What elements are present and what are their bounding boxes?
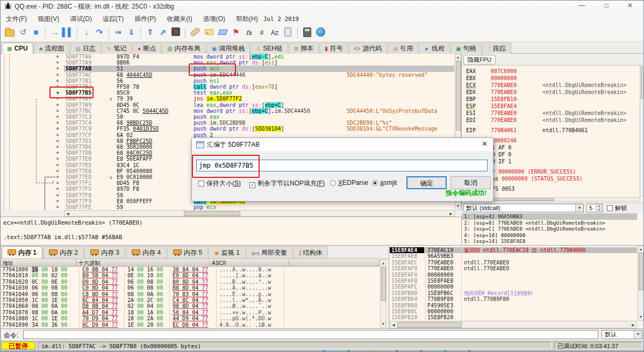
stack-row[interactable]: 15E8FB1015E8FB20 — [390, 314, 637, 320]
hex-group[interactable]: 0C D9 04 77 — [82, 322, 118, 328]
disasm-hscrollbar[interactable]: ◀ ▶ — [64, 210, 455, 217]
stack-row[interactable]: 15E8FB08F45905E3 — [390, 303, 637, 308]
chevron-down-icon[interactable]: ▼ — [634, 331, 642, 339]
hex-group[interactable]: D0 8D 04 77 — [82, 279, 118, 285]
dump-row[interactable]: 7704109034 00 36 000C D9 04 771E 00 20 0… — [1, 322, 380, 328]
arguments-list[interactable]: 1: [esp+4] 96A59BB32: [esp+8] 770EABE0 <… — [462, 213, 637, 245]
hex-group[interactable]: 02 00 04 00 — [127, 303, 163, 309]
menu-item[interactable]: 帮助(H) — [231, 12, 263, 24]
hex-group[interactable]: 06 00 08 00 — [127, 285, 163, 291]
column-header-ASCII[interactable]: ASCII — [210, 260, 289, 267]
scroll-thumb[interactable] — [639, 253, 643, 290]
disasm-row[interactable]: ●5D8F77BCC745 0C 5044C45Dmov dword ptr s… — [1, 108, 461, 114]
row-dot-icon[interactable]: ● — [56, 72, 59, 78]
argument-row[interactable]: 1: [esp+4] 96A59BB3 — [462, 213, 637, 220]
row-dot-icon[interactable]: ● — [56, 144, 59, 150]
hex-group[interactable]: 16 00 18 00 — [32, 267, 67, 272]
unlock-checkbox[interactable]: 解锁 — [607, 204, 627, 212]
dump-row[interactable]: 770410200C 00 0E 00D0 8D 04 7706 00 08 0… — [1, 279, 380, 285]
asmjit-radio[interactable]: asmjit — [372, 179, 397, 186]
row-dot-icon[interactable]: ● — [56, 66, 59, 71]
hex-group[interactable]: C8 8D 04 77 — [82, 291, 118, 297]
argument-row[interactable]: 2: [esp+8] 770EABE0 <ntdll.DbgUiRemoteBr… — [462, 220, 637, 226]
tab-内存 5[interactable]: 内存 5 — [167, 246, 208, 258]
register-line[interactable]: EAX007C6000 — [466, 68, 637, 75]
stack-row[interactable]: 15E8FAEC770EABE0ntdll.770EABE0 — [390, 260, 637, 265]
globe-icon[interactable] — [316, 27, 325, 37]
stack-row[interactable]: 15E8FAE4770EAC19返回到 ntdll.770EAC19 自 ntd… — [390, 247, 637, 253]
tab-监视 1[interactable]: ◉监视 1 — [209, 246, 246, 258]
stack-row[interactable]: 15E8FAE896A59BB3 — [390, 253, 637, 259]
run-icon[interactable]: → — [48, 26, 61, 39]
row-dot-icon[interactable]: ● — [56, 114, 59, 120]
register-line[interactable]: EIP770B4061ntdll.770B4061 — [466, 127, 637, 134]
hex-group[interactable]: C4 8C 04 77 — [173, 297, 208, 303]
tab-句柄[interactable]: ▣句柄 — [450, 42, 481, 54]
tab-断点[interactable]: ●断点 — [132, 42, 161, 54]
row-dot-icon[interactable]: ● — [56, 60, 59, 66]
register-line[interactable]: EBX00000000 — [466, 75, 637, 82]
row-dot-icon[interactable]: ● — [56, 78, 59, 84]
step-over-icon[interactable]: ↷ — [93, 26, 106, 39]
column-header-blank[interactable] — [289, 260, 380, 267]
tab-内存 2[interactable]: 内存 2 — [43, 246, 84, 258]
row-dot-icon[interactable]: ● — [56, 102, 59, 108]
hex-group[interactable]: 00 00 02 00 — [32, 272, 67, 278]
command-preset-select[interactable]: 默认▼ — [602, 330, 642, 339]
maximize-button[interactable]: □ — [598, 2, 614, 9]
radio-selected-icon[interactable] — [372, 180, 378, 186]
dump-vscrollbar[interactable]: ▲ ▼ — [380, 260, 387, 328]
disasm-row[interactable]: ●5D8F77B98D45 0Clea eax,dword ptr ss:[eb… — [1, 102, 461, 109]
hex-group[interactable]: C0 8D 04 77 — [82, 285, 118, 291]
menu-item[interactable]: 调试(D) — [65, 12, 97, 24]
scroll-thumb[interactable] — [397, 322, 462, 328]
disasm-row[interactable]: ●5D8F77C468 98BDC25Dpush im.5DC2BD985DC2… — [1, 120, 461, 126]
menu-item[interactable]: 收藏夹(I) — [161, 12, 197, 24]
hex-group[interactable]: EC D8 04 77 — [173, 322, 208, 328]
tab-符号[interactable]: ▮符号 — [319, 42, 348, 54]
dump-row[interactable]: 7704103006 00 08 00C0 8D 04 7706 00 08 0… — [1, 285, 380, 291]
minimize-button[interactable]: — — [574, 2, 590, 9]
hex-group[interactable]: 06 00 08 00 — [32, 285, 67, 291]
menu-item[interactable]: 选项(O) — [198, 12, 231, 24]
row-dot-icon[interactable]: ● — [56, 192, 59, 198]
tab-内存布局[interactable]: ▥内存布局 — [162, 42, 205, 54]
hex-group[interactable]: 50 84 04 77 — [173, 310, 208, 315]
hex-group[interactable]: 80 5B 04 77 — [82, 272, 118, 278]
row-dot-icon[interactable]: ● — [56, 156, 59, 162]
tab-SEH链[interactable]: ⚠SEH链 — [251, 42, 288, 54]
calculator-icon[interactable] — [303, 27, 311, 37]
row-dot-icon[interactable]: ● — [56, 162, 59, 168]
hex-group[interactable]: 08 00 0A 00 — [32, 310, 67, 315]
hide-fpu-button[interactable]: 隐藏FPU — [463, 55, 496, 64]
column-header-地址[interactable]: 地址 — [1, 260, 76, 267]
hex-group[interactable]: 28 00 2A 00 — [127, 315, 163, 321]
cancel-button[interactable]: 取消 — [450, 176, 491, 189]
row-dot-icon[interactable]: ● — [56, 204, 59, 210]
checkbox-icon[interactable] — [198, 181, 204, 186]
hex-group[interactable]: 06 00 08 00 — [32, 291, 67, 297]
register-line[interactable]: ECX770EABE0<ntdll.DbgUiRemoteBreakin> — [466, 82, 637, 89]
stack-row[interactable]: 15E8FAFC00000000 — [390, 284, 637, 290]
scroll-thumb[interactable] — [641, 67, 644, 99]
tab-CPU[interactable]: ▦CPU — [2, 42, 33, 54]
hex-group[interactable]: 44 D9 04 77 — [173, 315, 208, 321]
dump-row[interactable]: 770410501C 00 1E 006C 84 04 772A 00 2C 0… — [1, 297, 380, 303]
hex-group[interactable]: D8 8B 04 77 — [82, 303, 118, 309]
row-dot-icon[interactable]: ● — [56, 150, 59, 156]
tab-流程图[interactable]: ♣流程图 — [34, 42, 70, 54]
s-badge-icon[interactable]: S — [171, 27, 180, 36]
hex-group[interactable]: B8 8D 04 77 — [173, 285, 208, 291]
hex-group[interactable]: 1E 00 20 00 — [127, 322, 163, 328]
hex-group[interactable]: 06 00 08 00 — [127, 279, 163, 285]
hex-group[interactable]: 1C 00 1E 00 — [32, 315, 67, 321]
register-line[interactable]: ESI770EABE0<ntdll.DbgUiRemoteBreakin> — [466, 110, 637, 117]
stack-row[interactable]: 15E8FB0015E8FB6C指向SEH_Record[1]的指针 — [390, 290, 637, 296]
checkbox-icon[interactable] — [607, 205, 613, 211]
dump-row[interactable]: 7704101000 00 02 0080 5B 04 770E 00 10 0… — [1, 272, 380, 278]
stop-icon[interactable]: ■ — [30, 26, 42, 39]
tab-内存 1[interactable]: 内存 1 — [2, 246, 42, 258]
checkbox-checked-icon[interactable]: ✓ — [249, 182, 255, 188]
strings-icon[interactable]: Az — [268, 26, 281, 39]
argument-row[interactable]: 3: [esp+C] 770EABE0 <ntdll.DbgUiRemoteBr… — [462, 226, 637, 232]
